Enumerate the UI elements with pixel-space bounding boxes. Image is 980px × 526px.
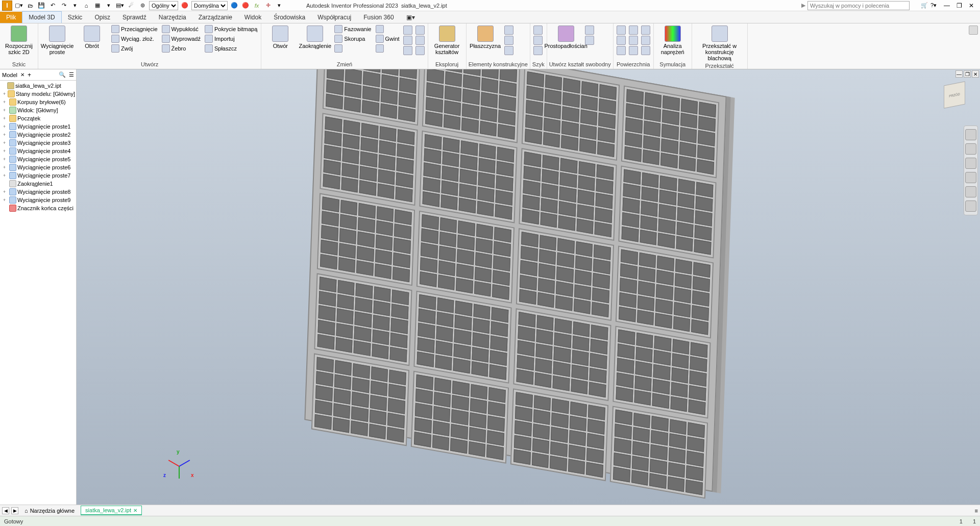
tab-srodowiska[interactable]: Środowiska [267, 12, 311, 23]
move-body-icon[interactable] [415, 36, 425, 45]
copy-obj-icon[interactable] [415, 46, 425, 55]
derive-button[interactable]: Wyprowadź [160, 34, 202, 43]
tab-scroll-left-icon[interactable]: ◀ [2, 507, 9, 514]
decal-button[interactable]: Pokrycie bitmapą [203, 24, 259, 34]
browser-tab-add-icon[interactable]: + [28, 71, 31, 79]
unwrap-button[interactable]: Spłaszcz [203, 44, 259, 53]
plus-icon[interactable]: ✚ [263, 1, 273, 10]
tree-node[interactable]: +Wyciągnięcie proste2 [1, 131, 75, 139]
ff1-icon[interactable] [585, 26, 594, 35]
emboss-button[interactable]: Wypukłość [160, 24, 202, 34]
app-logo[interactable]: I [2, 1, 12, 11]
mirror-icon[interactable] [533, 46, 543, 55]
surf6-icon[interactable] [629, 46, 638, 55]
ff2-icon[interactable] [585, 36, 594, 45]
doc-max-icon[interactable]: ❐ [964, 70, 971, 78]
team-icon[interactable]: ▦ [93, 1, 102, 10]
search-go-icon[interactable]: ▶ [801, 2, 805, 9]
circ-pattern-icon[interactable] [533, 36, 543, 45]
nav-home-icon[interactable] [965, 201, 976, 212]
axis-icon[interactable] [504, 26, 513, 35]
revolve-button[interactable]: Obrót [75, 24, 109, 50]
surf2-icon[interactable] [617, 36, 626, 45]
nav-wheel-icon[interactable] [965, 129, 976, 140]
tree-node[interactable]: +Wyciągnięcie proste6 [1, 163, 75, 171]
appearance-dropdown[interactable]: Domyślna [191, 1, 228, 10]
thread-button[interactable]: Gwint [374, 34, 401, 43]
restore-button[interactable]: ❐ [954, 1, 964, 10]
hole-button[interactable]: Otwór [263, 24, 297, 50]
ucs-icon[interactable] [504, 46, 513, 55]
tab-narzedzia[interactable]: Narzędzia [153, 12, 192, 23]
tree-node[interactable]: +Wyciągnięcie proste7 [1, 171, 75, 180]
browser-search-icon[interactable]: 🔍 [59, 71, 66, 78]
nav-orbit-icon[interactable] [965, 172, 976, 183]
tab-wspolpracuj[interactable]: Współpracuj [311, 12, 357, 23]
appearance2-icon[interactable]: 🔴 [241, 1, 250, 10]
tab-zarzadzanie[interactable]: Zarządzanie [192, 12, 238, 23]
tab-file[interactable]: Plik [0, 12, 22, 23]
surf9-icon[interactable] [641, 46, 650, 55]
material-icon[interactable]: ⊚ [138, 1, 147, 10]
select-icon[interactable]: ☄ [127, 1, 136, 10]
minimize-button[interactable]: — [942, 1, 951, 10]
properties-icon[interactable]: ▤▾ [115, 1, 125, 10]
delete-face-icon[interactable] [415, 26, 425, 35]
ribbon-options-icon[interactable] [969, 26, 978, 35]
model-geometry[interactable] [304, 69, 726, 492]
combine-icon[interactable] [403, 36, 412, 45]
tree-node[interactable]: +Korpusy bryłowe(6) [1, 98, 75, 106]
orientation-triad[interactable]: y x z [163, 451, 194, 482]
cart-icon[interactable]: 🛒 [920, 1, 929, 10]
tree-node[interactable]: +Widok: [Główny] [1, 106, 75, 114]
tab-fusion360[interactable]: Fusion 360 [357, 12, 400, 23]
coil-button[interactable]: Zwój [110, 44, 159, 53]
tab-sprawdz[interactable]: Sprawdź [116, 12, 153, 23]
nav-pan-icon[interactable] [965, 143, 976, 155]
thread-small-button[interactable] [374, 24, 401, 34]
tree-node[interactable]: +Początek [1, 114, 75, 122]
tree-node[interactable]: Znacznik końca części [1, 204, 75, 212]
home-icon[interactable]: ⌂ [82, 1, 91, 10]
viewport[interactable]: — ❐ ✕ y x z PRZÓD [77, 69, 980, 505]
plane-button[interactable]: Płaszczyzna [469, 24, 502, 50]
help-icon[interactable]: ?▾ [929, 1, 938, 10]
style-dropdown[interactable]: Ogólny [149, 1, 178, 10]
loft-button[interactable]: Wyciąg. złoż. [110, 34, 159, 43]
point-icon[interactable] [504, 36, 513, 45]
import-button[interactable]: Importuj [203, 34, 259, 43]
fx-icon[interactable]: fx [252, 1, 261, 10]
save-icon[interactable]: 💾 [37, 1, 46, 10]
surf1-icon[interactable] [617, 26, 626, 35]
extrude-button[interactable]: Wyciągnięcie proste [40, 24, 74, 56]
tree-node[interactable]: +Wyciągnięcie proste3 [1, 139, 75, 147]
color-icon[interactable]: 🔴 [180, 1, 189, 10]
tab-menu-icon[interactable]: ≡ [975, 508, 978, 514]
tree-node[interactable]: +Wyciągnięcie proste8 [1, 188, 75, 196]
stress-analysis-button[interactable]: Analiza naprężeń [656, 24, 690, 56]
convert-sheetmetal-button[interactable]: Przekształć w konstrukcję blachową [694, 24, 745, 62]
shell-button[interactable]: Skorupa [333, 34, 373, 43]
redo-icon[interactable]: ↷ [59, 1, 68, 10]
tree-node[interactable]: +Wyciągnięcie proste1 [1, 122, 75, 131]
tab-szkic[interactable]: Szkic [62, 12, 89, 23]
surf8-icon[interactable] [641, 36, 650, 45]
view-cube[interactable]: PRZÓD [939, 80, 970, 110]
tab-extra-icon[interactable]: ▣▾ [400, 12, 421, 23]
sweep-button[interactable]: Przeciągnięcie [110, 24, 159, 34]
tab-close-icon[interactable]: ✕ [133, 508, 137, 513]
help-search-input[interactable] [807, 1, 910, 10]
new-icon[interactable]: ▢▾ [14, 1, 23, 10]
box-freeform-button[interactable]: Prostopadłościan [549, 24, 583, 50]
tree-node[interactable]: +Wyciągnięcie proste9 [1, 196, 75, 204]
doc-close-icon[interactable]: ✕ [972, 70, 979, 78]
modify2-button[interactable] [374, 44, 401, 53]
chamfer-button[interactable]: Fazowanie [333, 24, 373, 34]
tree-root[interactable]: siatka_lewa_v2.ipt [1, 82, 75, 90]
doc-min-icon[interactable]: — [955, 70, 963, 78]
nav-lookat-icon[interactable] [965, 186, 976, 197]
tab-model-3d[interactable]: Model 3D [22, 11, 61, 23]
appearance-icon[interactable]: 🔵 [230, 1, 239, 10]
tab-widok[interactable]: Widok [238, 12, 267, 23]
nav-zoom-icon[interactable] [965, 158, 976, 169]
